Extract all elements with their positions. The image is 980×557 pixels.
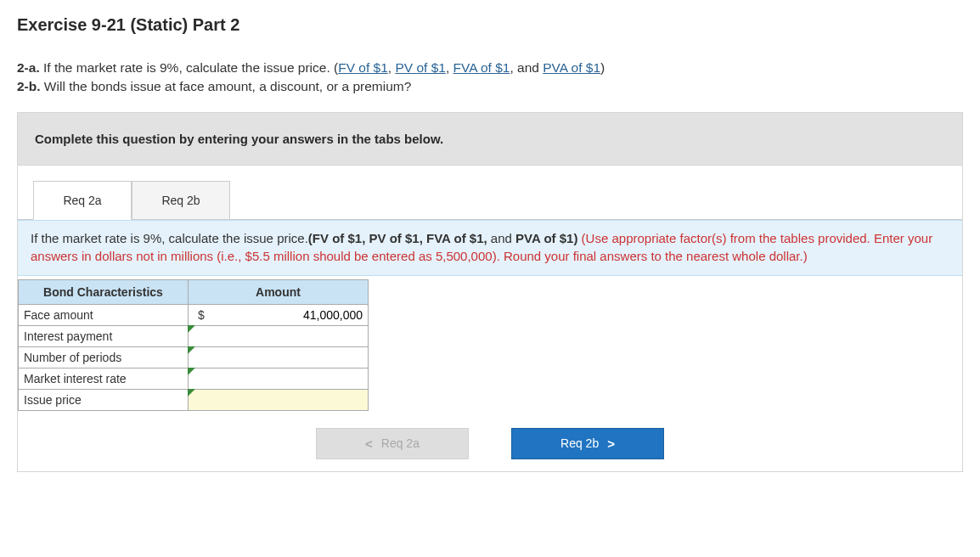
- marker-icon: [188, 325, 195, 333]
- note-part1: If the market rate is 9%, calculate the …: [31, 231, 308, 245]
- prompt-2a-text: If the market rate is 9%, calculate the …: [40, 60, 338, 75]
- prompt-2a-suffix: ): [600, 60, 605, 75]
- marker-icon: [188, 389, 195, 397]
- row-issue-price-label: Issue price: [19, 389, 189, 410]
- next-button-label: Req 2b: [560, 436, 599, 450]
- row-market-rate-label: Market interest rate: [19, 368, 189, 389]
- nav-row: < Req 2a Req 2b >: [18, 411, 962, 459]
- row-face-amount-label: Face amount: [19, 304, 189, 325]
- tab-req-2a[interactable]: Req 2a: [33, 181, 132, 220]
- number-periods-input[interactable]: [189, 348, 368, 367]
- row-number-periods-cell[interactable]: [189, 346, 369, 368]
- note-bold2: PVA of $1): [515, 231, 577, 245]
- prompt-2b-prefix: 2-b.: [17, 79, 41, 93]
- prompt-2a-prefix: 2-a.: [17, 60, 40, 75]
- row-market-rate-cell[interactable]: [189, 368, 369, 389]
- problem-prompt: 2-a. If the market rate is 9%, calculate…: [17, 59, 963, 97]
- row-interest-payment-label: Interest payment: [19, 325, 189, 346]
- prev-button-label: Req 2a: [381, 436, 420, 450]
- and-text: , and: [510, 60, 543, 75]
- face-amount-input[interactable]: [214, 306, 368, 324]
- instruction-bar: Complete this question by entering your …: [17, 112, 963, 166]
- col-bond-characteristics: Bond Characteristics: [19, 279, 189, 304]
- next-button[interactable]: Req 2b >: [511, 428, 664, 459]
- tab-content: If the market rate is 9%, calculate the …: [18, 219, 962, 459]
- table-row: Face amount $: [19, 304, 369, 325]
- marker-icon: [188, 368, 195, 375]
- row-issue-price-cell[interactable]: [189, 389, 369, 410]
- table-row: Interest payment: [19, 325, 369, 346]
- note-bold1: (FV of $1, PV of $1, FVA of $1,: [308, 231, 487, 245]
- row-interest-payment-cell[interactable]: [189, 325, 369, 346]
- link-pva-of-1[interactable]: PVA of $1: [543, 60, 600, 75]
- interest-payment-input[interactable]: [189, 327, 368, 346]
- answer-table: Bond Characteristics Amount Face amount …: [18, 279, 369, 411]
- link-pv-of-1[interactable]: PV of $1: [395, 60, 445, 75]
- market-rate-input[interactable]: [189, 369, 368, 388]
- dollar-sign: $: [189, 308, 214, 322]
- table-row: Market interest rate: [19, 368, 369, 389]
- note-box: If the market rate is 9%, calculate the …: [18, 220, 962, 276]
- row-number-periods-label: Number of periods: [19, 346, 189, 368]
- prev-button[interactable]: < Req 2a: [316, 428, 469, 459]
- link-fv-of-1[interactable]: FV of $1: [338, 60, 388, 75]
- page-title: Exercise 9-21 (Static) Part 2: [17, 15, 963, 35]
- prompt-2b-text: Will the bonds issue at face amount, a d…: [41, 79, 412, 93]
- marker-icon: [188, 346, 195, 354]
- comma-2: ,: [446, 60, 453, 75]
- issue-price-input[interactable]: [189, 391, 368, 409]
- tab-list: Req 2a Req 2b: [18, 181, 962, 220]
- note-and: and: [487, 231, 515, 245]
- tab-req-2b[interactable]: Req 2b: [132, 181, 230, 220]
- col-amount: Amount: [189, 279, 369, 304]
- chevron-right-icon: >: [607, 436, 615, 451]
- tabs-region: Req 2a Req 2b If the market rate is 9%, …: [17, 166, 963, 472]
- link-fva-of-1[interactable]: FVA of $1: [453, 60, 510, 75]
- table-row: Number of periods: [19, 346, 369, 368]
- row-face-amount-cell[interactable]: $: [189, 304, 369, 325]
- table-row: Issue price: [19, 389, 369, 410]
- chevron-left-icon: <: [365, 436, 373, 451]
- answer-table-wrap: Bond Characteristics Amount Face amount …: [18, 276, 962, 411]
